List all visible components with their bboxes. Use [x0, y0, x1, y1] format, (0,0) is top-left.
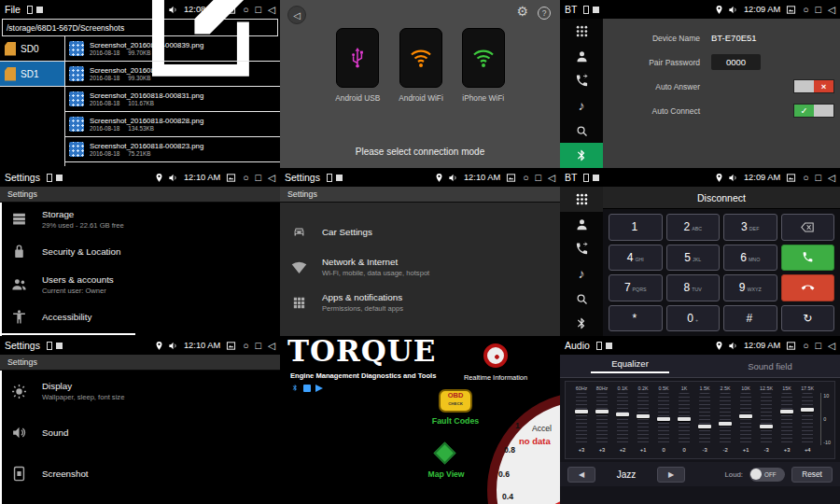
map-view-item[interactable]: Map View: [420, 469, 472, 479]
settings-item-security[interactable]: Security & Location: [0, 235, 280, 268]
option-android-usb[interactable]: Android USB: [335, 28, 380, 103]
slider-handle[interactable]: [780, 410, 793, 413]
eq-slider[interactable]: [781, 393, 792, 445]
help-icon[interactable]: ?: [538, 7, 551, 20]
key-1[interactable]: 1: [609, 214, 663, 241]
redial-key[interactable]: ↻: [781, 305, 835, 332]
back-button[interactable]: ◁: [287, 6, 306, 24]
backspace-key[interactable]: [781, 214, 835, 241]
slider-handle[interactable]: [657, 417, 670, 421]
key-star[interactable]: *: [609, 305, 663, 332]
back-nav-icon[interactable]: ◁: [548, 173, 555, 183]
screenshot-nav-icon[interactable]: [226, 341, 236, 351]
recents-nav-icon[interactable]: □: [256, 341, 261, 351]
settings-item-car[interactable]: Car Settings: [280, 214, 560, 249]
key-4[interactable]: 4GHI: [609, 245, 663, 272]
file-row[interactable]: Screenshot_20160818-000831.png 2016-08-1…: [65, 87, 280, 112]
option-android-wifi[interactable]: Android WiFi: [399, 28, 443, 103]
obd-check-item[interactable]: OBD CHECK: [439, 389, 472, 413]
screenshot-nav-icon[interactable]: [506, 173, 516, 183]
fault-codes-item[interactable]: Fault Codes: [429, 416, 482, 426]
recents-nav-icon[interactable]: □: [536, 173, 541, 183]
slider-handle[interactable]: [801, 408, 814, 412]
slider-handle[interactable]: [616, 413, 629, 416]
eq-slider[interactable]: [576, 393, 587, 445]
search-tab[interactable]: [560, 119, 603, 144]
auto-answer-toggle[interactable]: ×: [793, 79, 834, 93]
contacts-tab[interactable]: [560, 44, 603, 69]
settings-item-users[interactable]: Users & accounts Current user: Owner: [0, 268, 280, 301]
screenshot-nav-icon[interactable]: [786, 173, 796, 183]
key-9[interactable]: 9WXYZ: [723, 274, 777, 301]
drive-item-sd0[interactable]: SD0: [0, 36, 64, 62]
key-2[interactable]: 2ABC: [666, 214, 721, 241]
contacts-tab[interactable]: [560, 212, 603, 237]
realtime-info-item[interactable]: Realtime Information: [460, 373, 531, 382]
back-nav-icon[interactable]: ◁: [828, 5, 835, 15]
reset-button[interactable]: Reset: [791, 467, 833, 483]
tab-equalizer[interactable]: Equalizer: [560, 355, 700, 377]
recents-nav-icon[interactable]: □: [816, 341, 821, 351]
screenshot-nav-icon[interactable]: [786, 5, 796, 15]
recents-nav-icon[interactable]: □: [816, 5, 821, 15]
file-row[interactable]: Screenshot_20160818-000839.png 2016-08-1…: [65, 36, 280, 62]
settings-item-sound[interactable]: Sound: [0, 412, 280, 453]
eq-slider[interactable]: [596, 393, 608, 445]
home-nav-icon[interactable]: ○: [243, 173, 248, 183]
bt-music-tab[interactable]: ♪: [560, 261, 603, 287]
screenshot-nav-icon[interactable]: [786, 341, 796, 351]
back-nav-icon[interactable]: ◁: [268, 173, 275, 183]
settings-item-storage[interactable]: Storage 29% used - 22.61 GB free: [0, 203, 280, 235]
settings-item-display[interactable]: Display Wallpaper, sleep, font size: [0, 371, 280, 412]
keypad-tab[interactable]: [560, 19, 603, 44]
slider-handle[interactable]: [739, 414, 752, 418]
drive-item-sd1[interactable]: SD1: [0, 62, 64, 87]
bt-music-tab[interactable]: ♪: [560, 93, 603, 119]
slider-handle[interactable]: [637, 414, 650, 418]
screenshot-nav-icon[interactable]: [226, 173, 236, 183]
bluetooth-tab[interactable]: [560, 143, 603, 168]
eq-slider[interactable]: [637, 393, 649, 445]
key-3[interactable]: 3DEF: [723, 214, 777, 241]
home-nav-icon[interactable]: ○: [803, 173, 808, 183]
home-nav-icon[interactable]: ○: [523, 173, 528, 183]
bluetooth-tab[interactable]: [560, 311, 603, 336]
key-hash[interactable]: #: [723, 305, 777, 332]
eq-slider[interactable]: [740, 393, 751, 445]
eq-slider[interactable]: [720, 393, 731, 445]
settings-item-network[interactable]: Network & Internet Wi-Fi, mobile, data u…: [280, 249, 560, 285]
preset-prev-button[interactable]: ◀: [567, 467, 595, 483]
settings-item-accessibility[interactable]: Accessibility: [0, 301, 280, 333]
slider-handle[interactable]: [719, 422, 732, 426]
eq-slider[interactable]: [658, 393, 669, 445]
eq-slider[interactable]: [699, 393, 710, 445]
settings-item-apps[interactable]: Apps & notifications Permissions, defaul…: [280, 285, 560, 320]
slider-handle[interactable]: [698, 425, 711, 428]
tab-sound-field[interactable]: Sound field: [700, 355, 840, 377]
file-row[interactable]: Screenshot_20160818-000823.png 2016-08-1…: [65, 137, 280, 162]
recents-nav-icon[interactable]: □: [256, 173, 261, 183]
keypad-tab[interactable]: [560, 187, 603, 212]
call-history-tab[interactable]: [560, 236, 603, 261]
home-nav-icon[interactable]: ○: [803, 5, 808, 15]
file-row[interactable]: Screenshot_20160818-000836.png 2016-08-1…: [65, 62, 280, 87]
pair-password-value[interactable]: 0000: [711, 54, 761, 70]
settings-item-screenshot[interactable]: Screenshot: [0, 453, 280, 494]
hangup-key[interactable]: [781, 274, 835, 301]
search-tab[interactable]: [560, 287, 603, 312]
home-nav-icon[interactable]: ○: [803, 341, 808, 351]
key-8[interactable]: 8TUV: [666, 274, 721, 301]
file-row[interactable]: Screenshot_20160818-000828.png 2016-08-1…: [65, 112, 280, 137]
key-6[interactable]: 6MNO: [723, 245, 777, 272]
gear-icon[interactable]: ⚙: [516, 4, 528, 19]
eq-slider[interactable]: [617, 393, 628, 445]
back-nav-icon[interactable]: ◁: [828, 173, 835, 183]
call-history-tab[interactable]: [560, 68, 603, 93]
slider-handle[interactable]: [760, 425, 773, 428]
recents-nav-icon[interactable]: □: [816, 173, 821, 183]
slider-handle[interactable]: [595, 410, 609, 413]
disconnect-button[interactable]: Disconnect: [603, 187, 840, 209]
back-nav-icon[interactable]: ◁: [268, 341, 275, 351]
key-7[interactable]: 7PQRS: [609, 274, 663, 301]
home-nav-icon[interactable]: ○: [243, 341, 248, 351]
